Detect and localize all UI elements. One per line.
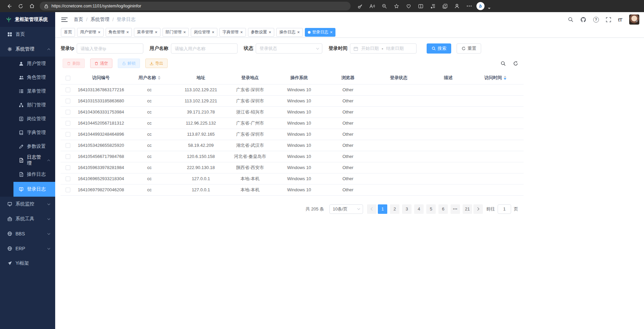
sidebar-item-post-mgmt[interactable]: 岗位管理: [0, 112, 55, 126]
delete-button[interactable]: 删除: [63, 59, 85, 68]
site-info-icon[interactable]: [44, 4, 48, 8]
search-button[interactable]: 搜索: [427, 43, 451, 54]
sidebar-item-menu-mgmt[interactable]: 菜单管理: [0, 84, 55, 98]
tab[interactable]: 部门管理: [163, 28, 189, 37]
sort-control[interactable]: [158, 76, 160, 80]
sidebar-toggle-icon[interactable]: [61, 18, 68, 22]
tab-close-icon[interactable]: [155, 30, 157, 34]
page-button[interactable]: 21: [463, 204, 472, 214]
collections-icon[interactable]: [440, 1, 450, 11]
zoom-out-icon[interactable]: [380, 1, 389, 11]
github-icon[interactable]: [580, 17, 586, 23]
split-screen-icon[interactable]: [416, 1, 425, 11]
status-select[interactable]: 登录状态: [256, 43, 322, 54]
row-checkbox[interactable]: [66, 143, 70, 148]
sidebar-item-login-log[interactable]: 登录日志: [13, 182, 55, 197]
row-checkbox[interactable]: [66, 132, 70, 137]
key-icon[interactable]: [355, 1, 365, 11]
row-checkbox[interactable]: [66, 165, 70, 170]
browser-back-icon[interactable]: [3, 1, 15, 11]
page-button[interactable]: 2: [390, 204, 399, 214]
browser-refresh-icon[interactable]: [15, 1, 26, 11]
tab[interactable]: 岗位管理: [191, 28, 217, 37]
row-checkbox[interactable]: [66, 110, 70, 114]
tab[interactable]: 操作日志: [276, 28, 303, 37]
copilot-icon[interactable]: b: [476, 2, 485, 10]
select-all-checkbox[interactable]: [66, 76, 70, 80]
row-checkbox[interactable]: [66, 88, 70, 92]
username-input[interactable]: [171, 43, 238, 54]
row-checkbox[interactable]: [66, 176, 70, 181]
page-button[interactable]: 6: [438, 204, 448, 214]
fullscreen-icon[interactable]: [606, 17, 611, 22]
page-button[interactable]: 1: [378, 204, 387, 214]
sidebar-item-bbs[interactable]: BBS: [0, 226, 55, 241]
breadcrumb-system[interactable]: 系统管理: [91, 17, 109, 23]
tab[interactable]: 登录日志: [305, 28, 336, 37]
tab-close-icon[interactable]: [98, 30, 101, 34]
read-aloud-icon[interactable]: [367, 1, 377, 11]
tab[interactable]: 菜单管理: [134, 28, 160, 37]
breadcrumb-home[interactable]: 首页: [74, 17, 83, 23]
tab[interactable]: 用户管理: [77, 28, 104, 37]
tab[interactable]: 字典管理: [219, 28, 246, 37]
user-avatar[interactable]: [629, 14, 639, 25]
tab-close-icon[interactable]: [127, 30, 129, 34]
page-button[interactable]: 5: [426, 204, 436, 214]
browser-menu-icon[interactable]: [464, 1, 474, 11]
login-ip-input[interactable]: [77, 43, 143, 54]
tab-close-icon[interactable]: [269, 30, 272, 34]
sort-control[interactable]: [504, 76, 506, 80]
sidebar-item-yi-framework[interactable]: Yi框架: [0, 256, 55, 271]
address-bar[interactable]: https://ccnetcore.com:1101/system/log/lo…: [40, 2, 351, 10]
sidebar-item-user-mgmt[interactable]: 用户管理: [0, 57, 55, 70]
row-checkbox[interactable]: [66, 188, 70, 192]
tab-close-icon[interactable]: [212, 30, 214, 34]
row-checkbox[interactable]: [66, 154, 70, 159]
page-button[interactable]: 3: [402, 204, 412, 214]
favorites-add-icon[interactable]: [392, 1, 401, 11]
goto-page-input[interactable]: [498, 204, 511, 214]
tab-close-icon[interactable]: [183, 30, 186, 34]
sidebar-item-dept-mgmt[interactable]: 部门管理: [0, 98, 55, 112]
tab-close-icon[interactable]: [297, 30, 300, 34]
row-checkbox[interactable]: [66, 99, 70, 103]
tab[interactable]: 首页: [61, 28, 75, 37]
copilot-caret-icon[interactable]: [488, 8, 491, 9]
prev-page-button[interactable]: [367, 204, 377, 214]
favorites-hub-icon[interactable]: [428, 1, 437, 11]
sidebar-item-param-settings[interactable]: 参数设置: [0, 139, 55, 153]
export-button[interactable]: 导出: [145, 59, 168, 68]
page-button[interactable]: •••: [451, 204, 460, 214]
sidebar-item-erp[interactable]: ERP: [0, 241, 55, 256]
clear-button[interactable]: 清空: [90, 59, 112, 68]
row-checkbox[interactable]: [66, 121, 70, 126]
sidebar-item-home[interactable]: 首页: [0, 27, 55, 42]
refresh-table-icon[interactable]: [513, 61, 518, 66]
sidebar-item-dict-mgmt[interactable]: 字典管理: [0, 126, 55, 139]
page-size-select[interactable]: 10条/页: [329, 204, 363, 214]
sidebar-item-operation-log[interactable]: 操作日志: [13, 167, 55, 182]
unlock-button[interactable]: 解锁: [118, 59, 140, 68]
reset-button[interactable]: 重置: [457, 43, 481, 54]
tab-close-icon[interactable]: [240, 30, 243, 34]
browser-home-icon[interactable]: [26, 1, 38, 11]
next-page-button[interactable]: [473, 204, 483, 214]
tab[interactable]: 角色管理: [106, 28, 132, 37]
user-menu[interactable]: [629, 14, 638, 25]
sidebar-item-system[interactable]: 系统管理: [0, 42, 55, 57]
sidebar-item-log-mgmt[interactable]: 日志管理: [0, 153, 55, 167]
tab-close-icon[interactable]: [330, 30, 333, 34]
page-button[interactable]: 4: [414, 204, 424, 214]
toggle-search-icon[interactable]: [501, 61, 506, 66]
help-icon[interactable]: ?: [593, 17, 599, 23]
search-icon[interactable]: [568, 17, 573, 22]
profile-icon[interactable]: [452, 1, 462, 11]
font-size-icon[interactable]: tT: [618, 17, 622, 23]
sidebar-item-role-mgmt[interactable]: 角色管理: [0, 70, 55, 84]
tab[interactable]: 参数设置: [248, 28, 275, 37]
browser-essentials-icon[interactable]: [404, 1, 413, 11]
sidebar-item-monitor[interactable]: 系统监控: [0, 197, 55, 211]
date-range-picker[interactable]: 开始日期 - 结束日期: [350, 43, 417, 54]
sidebar-item-tools[interactable]: 系统工具: [0, 211, 55, 226]
